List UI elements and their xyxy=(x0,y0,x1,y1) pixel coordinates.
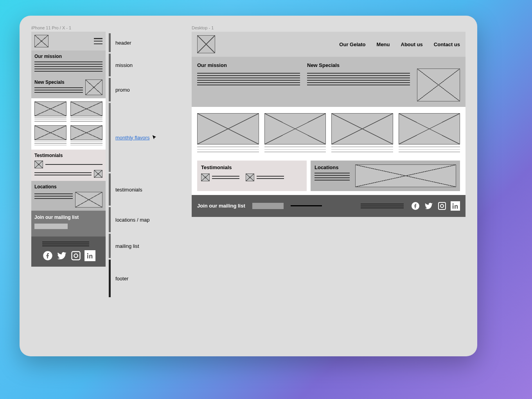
desktop-testimonials-section[interactable]: Testimonials xyxy=(197,161,307,191)
heading-testimonials: Testimonials xyxy=(201,164,303,170)
text-placeholder xyxy=(34,87,83,93)
heading-locations: Locations xyxy=(315,164,350,170)
avatar-placeholder xyxy=(201,173,210,181)
frame-label-mobile[interactable]: iPhone 11 Pro / X - 1 xyxy=(31,25,106,30)
text-placeholder xyxy=(34,171,92,177)
instagram-icon[interactable] xyxy=(437,201,447,211)
image-placeholder xyxy=(85,79,102,95)
text-placeholder xyxy=(399,146,460,152)
twitter-icon[interactable] xyxy=(56,250,67,261)
text-placeholder xyxy=(307,73,410,85)
avatar-placeholder xyxy=(94,170,102,178)
text-placeholder xyxy=(212,174,239,181)
heading-new-specials: New Specials xyxy=(34,79,83,85)
annotation-testimonials[interactable]: testimonials xyxy=(115,187,142,193)
image-placeholder xyxy=(417,69,460,101)
heading-our-mission: Our mission xyxy=(197,62,300,68)
annotation-header[interactable]: header xyxy=(115,40,131,46)
map-placeholder xyxy=(75,192,102,208)
annotation-mission[interactable]: mission xyxy=(115,62,133,68)
annotation-promo[interactable]: promo xyxy=(115,87,130,93)
mobile-mailing-section[interactable]: Join our mailing list xyxy=(31,211,106,237)
cursor-icon xyxy=(152,135,157,140)
nav-our-gelato[interactable]: Our Gelato xyxy=(339,42,365,47)
linkedin-icon[interactable] xyxy=(84,250,95,261)
logo-placeholder xyxy=(197,35,215,53)
linkedin-icon[interactable] xyxy=(451,201,460,211)
heading-mailing: Join our mailing list xyxy=(197,203,245,209)
image-placeholder xyxy=(331,113,393,144)
text-placeholder xyxy=(361,202,404,209)
mobile-header-section[interactable] xyxy=(31,32,106,51)
instagram-icon[interactable] xyxy=(70,250,81,261)
mobile-mission-section[interactable]: Our mission xyxy=(31,51,106,76)
nav-menu[interactable]: Menu xyxy=(377,42,390,47)
text-placeholder xyxy=(45,162,102,166)
text-placeholder xyxy=(331,146,393,152)
text-placeholder xyxy=(257,174,284,181)
text-placeholder xyxy=(315,173,350,181)
desktop-header-section[interactable]: Our Gelato Menu About us Contact us xyxy=(192,32,466,57)
heading-locations: Locations xyxy=(34,184,102,190)
email-input[interactable] xyxy=(252,203,284,209)
text-placeholder xyxy=(197,73,300,85)
facebook-icon[interactable] xyxy=(411,201,420,211)
desktop-artboard[interactable]: Our Gelato Menu About us Contact us Our … xyxy=(192,32,466,217)
submit-line-placeholder[interactable] xyxy=(291,205,322,206)
annotation-monthly-flavors[interactable]: monthly flavors xyxy=(115,135,149,141)
text-placeholder xyxy=(34,141,66,146)
desktop-locations-section[interactable]: Locations xyxy=(311,161,460,191)
desktop-lower-row[interactable]: Testimonials Locations xyxy=(192,161,466,195)
avatar-placeholder xyxy=(34,161,43,168)
desktop-frame[interactable]: Desktop - 1 Our Gelato Menu About us Con… xyxy=(192,25,466,217)
image-placeholder xyxy=(34,125,66,140)
text-placeholder xyxy=(34,192,73,208)
map-placeholder xyxy=(355,164,456,187)
frame-label-desktop[interactable]: Desktop - 1 xyxy=(192,25,466,30)
text-placeholder xyxy=(42,242,89,246)
nav-about-us[interactable]: About us xyxy=(401,42,423,47)
mobile-promo-section[interactable]: New Specials xyxy=(31,76,106,98)
text-placeholder xyxy=(197,146,259,152)
facebook-icon[interactable] xyxy=(42,250,53,261)
mobile-frame[interactable]: iPhone 11 Pro / X - 1 Our mission New Sp… xyxy=(31,25,106,267)
nav-contact-us[interactable]: Contact us xyxy=(434,42,460,47)
logo-placeholder xyxy=(34,35,49,47)
hamburger-icon[interactable] xyxy=(94,38,102,44)
annotation-locations[interactable]: locations / map xyxy=(115,217,149,223)
image-placeholder xyxy=(399,113,460,144)
annotation-mailing[interactable]: mailing list xyxy=(115,243,139,249)
annotation-footer[interactable]: footer xyxy=(115,276,128,282)
mobile-locations-section[interactable]: Locations xyxy=(31,181,106,211)
desktop-flavors-section[interactable] xyxy=(192,107,466,161)
text-placeholder xyxy=(34,117,66,122)
heading-new-specials: New Specials xyxy=(307,62,410,68)
desktop-footer-section[interactable]: Join our mailing list xyxy=(192,195,466,217)
desktop-hero-section[interactable]: Our mission New Specials xyxy=(192,57,466,107)
heading-testimonials: Testimonials xyxy=(34,153,102,158)
email-input[interactable] xyxy=(34,224,68,229)
text-placeholder xyxy=(264,146,326,152)
mobile-testimonials-section[interactable]: Testimonials xyxy=(31,150,106,181)
image-placeholder xyxy=(197,113,259,144)
heading-mailing: Join our mailing list xyxy=(34,215,102,220)
mobile-flavors-section[interactable] xyxy=(31,98,106,150)
avatar-placeholder xyxy=(246,173,254,181)
text-placeholder xyxy=(70,117,102,122)
image-placeholder xyxy=(264,113,326,144)
mobile-footer-section[interactable] xyxy=(31,237,106,267)
twitter-icon[interactable] xyxy=(424,201,433,211)
image-placeholder xyxy=(34,101,66,116)
text-placeholder xyxy=(70,141,102,146)
design-canvas[interactable]: iPhone 11 Pro / X - 1 Our mission New Sp… xyxy=(20,16,477,356)
image-placeholder xyxy=(70,101,102,116)
heading-our-mission: Our mission xyxy=(34,54,102,59)
mobile-artboard[interactable]: Our mission New Specials Testimonials xyxy=(31,32,106,267)
image-placeholder xyxy=(70,125,102,140)
text-placeholder xyxy=(34,61,102,72)
